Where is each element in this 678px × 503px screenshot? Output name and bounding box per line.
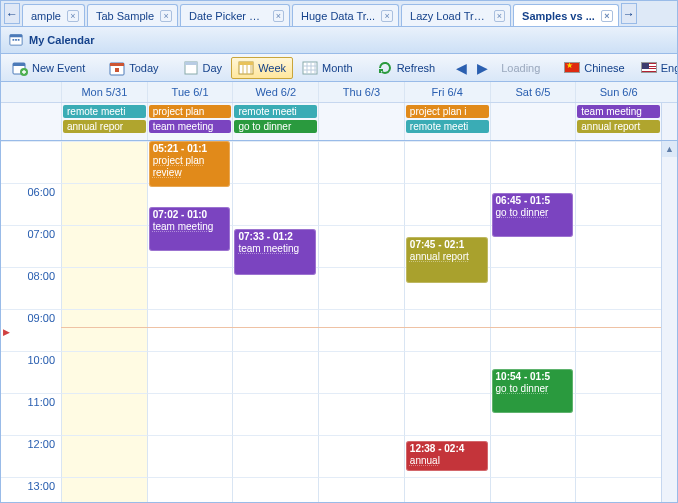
calendar-event[interactable]: 05:21 - 01:1project plan review bbox=[149, 141, 231, 187]
time-slot[interactable] bbox=[232, 393, 318, 435]
next-button[interactable]: ▶ bbox=[473, 60, 492, 76]
tab-item[interactable]: Date Picker Sa... × bbox=[180, 4, 290, 26]
time-slot[interactable] bbox=[61, 351, 147, 393]
tab-item[interactable]: ample × bbox=[22, 4, 85, 26]
time-slot[interactable] bbox=[575, 267, 661, 309]
language-chinese-button[interactable]: Chinese bbox=[557, 59, 631, 77]
close-icon[interactable]: × bbox=[601, 10, 613, 22]
day-header[interactable]: Mon 5/31 bbox=[61, 82, 147, 102]
time-slot[interactable] bbox=[61, 141, 147, 183]
time-slot[interactable] bbox=[232, 141, 318, 183]
allday-cell[interactable]: remote meetigo to dinner bbox=[232, 103, 318, 140]
time-slot[interactable] bbox=[147, 477, 233, 503]
calendar-event[interactable]: 07:45 - 02:1annual report bbox=[406, 237, 488, 283]
day-header[interactable]: Sat 6/5 bbox=[490, 82, 576, 102]
time-slot[interactable] bbox=[147, 393, 233, 435]
month-view-button[interactable]: Month bbox=[295, 57, 360, 79]
allday-event[interactable]: go to dinner bbox=[234, 120, 317, 133]
allday-event[interactable]: team meeting bbox=[149, 120, 232, 133]
calendar-event[interactable]: 07:02 - 01:0team meeting bbox=[149, 207, 231, 251]
new-event-button[interactable]: New Event bbox=[5, 57, 92, 79]
allday-event[interactable]: team meeting bbox=[577, 105, 660, 118]
time-slot[interactable] bbox=[318, 225, 404, 267]
time-slot[interactable] bbox=[318, 393, 404, 435]
allday-event[interactable]: remote meeti bbox=[234, 105, 317, 118]
allday-event[interactable]: remote meeti bbox=[63, 105, 146, 118]
tabs-scroll-right-button[interactable]: → bbox=[621, 3, 637, 24]
time-slot[interactable] bbox=[61, 393, 147, 435]
time-slot[interactable] bbox=[232, 477, 318, 503]
allday-cell[interactable]: team meetingannual report bbox=[575, 103, 661, 140]
close-icon[interactable]: × bbox=[273, 10, 284, 22]
tab-item[interactable]: Tab Sample × bbox=[87, 4, 178, 26]
time-slot[interactable] bbox=[61, 225, 147, 267]
allday-cell[interactable] bbox=[490, 103, 576, 140]
time-slot[interactable] bbox=[61, 435, 147, 477]
time-slot[interactable] bbox=[232, 183, 318, 225]
time-grid[interactable]: ▲ ▼ 06:0007:0008:0009:0010:0011:0012:001… bbox=[1, 141, 677, 503]
time-slot[interactable] bbox=[232, 435, 318, 477]
refresh-button[interactable]: Refresh bbox=[370, 57, 443, 79]
close-icon[interactable]: × bbox=[494, 10, 505, 22]
day-header[interactable]: Thu 6/3 bbox=[318, 82, 404, 102]
allday-cell[interactable] bbox=[318, 103, 404, 140]
time-slot[interactable] bbox=[575, 351, 661, 393]
allday-event[interactable]: remote meeti bbox=[406, 120, 489, 133]
time-slot[interactable] bbox=[490, 267, 576, 309]
day-header[interactable]: Wed 6/2 bbox=[232, 82, 318, 102]
time-slot[interactable] bbox=[575, 225, 661, 267]
time-slot[interactable] bbox=[575, 435, 661, 477]
language-english-button[interactable]: English bbox=[634, 59, 678, 77]
allday-event[interactable]: project plan bbox=[149, 105, 232, 118]
week-view-button[interactable]: Week bbox=[231, 57, 293, 79]
allday-event[interactable]: annual repor bbox=[63, 120, 146, 133]
time-slot[interactable] bbox=[147, 309, 233, 351]
time-slot[interactable] bbox=[404, 351, 490, 393]
scroll-up-button[interactable]: ▲ bbox=[662, 141, 677, 157]
allday-event[interactable]: project plan i bbox=[406, 105, 489, 118]
calendar-event[interactable]: 06:45 - 01:5go to dinner bbox=[492, 193, 574, 237]
time-slot[interactable] bbox=[318, 267, 404, 309]
time-slot[interactable] bbox=[404, 309, 490, 351]
time-slot[interactable] bbox=[318, 309, 404, 351]
time-slot[interactable] bbox=[575, 477, 661, 503]
time-slot[interactable] bbox=[61, 309, 147, 351]
time-slot[interactable] bbox=[490, 141, 576, 183]
today-button[interactable]: Today bbox=[102, 57, 165, 79]
time-slot[interactable] bbox=[147, 351, 233, 393]
time-slot[interactable] bbox=[318, 183, 404, 225]
time-slot[interactable] bbox=[318, 351, 404, 393]
calendar-event[interactable]: 07:33 - 01:2team meeting bbox=[234, 229, 316, 275]
time-slot[interactable] bbox=[318, 477, 404, 503]
time-slot[interactable] bbox=[404, 141, 490, 183]
allday-cell[interactable]: project plan iremote meeti bbox=[404, 103, 490, 140]
tab-item[interactable]: Lazy Load Tree... × bbox=[401, 4, 511, 26]
vertical-scrollbar[interactable]: ▲ ▼ bbox=[661, 141, 677, 503]
tabs-scroll-left-button[interactable]: ← bbox=[4, 3, 20, 24]
time-slot[interactable] bbox=[61, 183, 147, 225]
time-slot[interactable] bbox=[575, 309, 661, 351]
time-slot[interactable] bbox=[147, 435, 233, 477]
calendar-event[interactable]: 10:54 - 01:5go to dinner bbox=[492, 369, 574, 413]
close-icon[interactable]: × bbox=[160, 10, 172, 22]
tab-item[interactable]: Huge Data Tr... × bbox=[292, 4, 399, 26]
time-slot[interactable] bbox=[575, 141, 661, 183]
time-slot[interactable] bbox=[404, 477, 490, 503]
time-slot[interactable] bbox=[318, 435, 404, 477]
prev-button[interactable]: ◀ bbox=[452, 60, 471, 76]
allday-event[interactable]: annual report bbox=[577, 120, 660, 133]
time-slot[interactable] bbox=[575, 393, 661, 435]
day-header[interactable]: Fri 6/4 bbox=[404, 82, 490, 102]
calendar-event[interactable]: 12:38 - 02:4annual bbox=[406, 441, 488, 471]
time-slot[interactable] bbox=[318, 141, 404, 183]
time-slot[interactable] bbox=[61, 267, 147, 309]
allday-cell[interactable]: project planteam meeting bbox=[147, 103, 233, 140]
time-slot[interactable] bbox=[147, 267, 233, 309]
day-header[interactable]: Sun 6/6 bbox=[575, 82, 661, 102]
time-slot[interactable] bbox=[61, 477, 147, 503]
close-icon[interactable]: × bbox=[67, 10, 79, 22]
time-slot[interactable] bbox=[490, 435, 576, 477]
time-slot[interactable] bbox=[490, 477, 576, 503]
time-slot[interactable] bbox=[575, 183, 661, 225]
allday-cell[interactable]: remote meetiannual repor bbox=[61, 103, 147, 140]
